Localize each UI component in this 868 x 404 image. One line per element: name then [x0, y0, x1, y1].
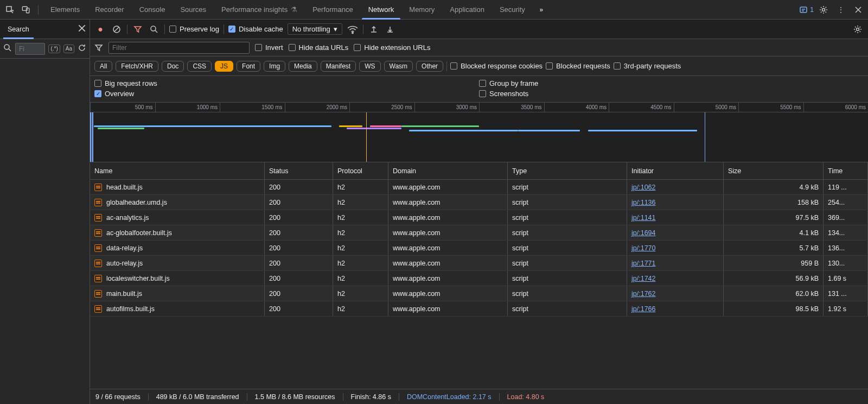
export-har-icon[interactable]: [384, 23, 396, 35]
preserve-log-checkbox[interactable]: Preserve log: [169, 25, 219, 33]
table-header[interactable]: NameStatusProtocolDomainTypeInitiatorSiz…: [90, 162, 868, 180]
network-conditions-icon[interactable]: [347, 23, 359, 35]
initiator-link[interactable]: jp/:1062: [631, 184, 655, 191]
table-row[interactable]: ac-globalfooter.built.js200h2www.apple.c…: [90, 225, 868, 241]
invert-checkbox[interactable]: Invert: [255, 43, 283, 52]
timeline-tick: 6000 ms: [803, 103, 869, 112]
table-row[interactable]: auto-relay.js200h2www.apple.comscriptjp/…: [90, 256, 868, 271]
tab-performance[interactable]: Performance: [305, 0, 360, 20]
drawer-close-icon[interactable]: [78, 24, 86, 34]
status-requests: 9 / 66 requests: [95, 393, 141, 401]
table-row[interactable]: localeswitcher.built.js200h2www.apple.co…: [90, 271, 868, 286]
column-header-initiator[interactable]: Initiator: [627, 162, 724, 179]
timeline-overview[interactable]: 500 ms1000 ms1500 ms2000 ms2500 ms3000 m…: [90, 103, 868, 162]
settings-gear-icon[interactable]: [816, 2, 831, 17]
tab-performance-insights[interactable]: Performance insights⚗: [214, 0, 305, 20]
table-row[interactable]: ac-analytics.js200h2www.apple.comscriptj…: [90, 210, 868, 225]
overview-selection-handle[interactable]: [90, 112, 93, 162]
initiator-link[interactable]: jp/:1742: [631, 275, 655, 282]
close-devtools-icon[interactable]: [851, 2, 866, 17]
third-party-checkbox[interactable]: 3rd-party requests: [614, 62, 681, 70]
import-har-icon[interactable]: [368, 23, 380, 35]
drawer-search-input[interactable]: [15, 43, 45, 55]
type-chip-media[interactable]: Media: [289, 61, 317, 72]
table-row[interactable]: autofilms.built.js200h2www.apple.comscri…: [90, 301, 868, 317]
hide-extension-urls-checkbox[interactable]: Hide extension URLs: [354, 43, 430, 52]
type-chip-font[interactable]: Font: [237, 61, 260, 72]
initiator-link[interactable]: jp/:1694: [631, 229, 655, 237]
table-row[interactable]: head.built.js200h2www.apple.comscriptjp/…: [90, 180, 868, 195]
tab-elements[interactable]: Elements: [43, 0, 87, 20]
column-header-protocol[interactable]: Protocol: [333, 162, 388, 179]
js-file-icon: [94, 229, 102, 237]
type-chip-doc[interactable]: Doc: [162, 61, 184, 72]
filter-toggle-icon[interactable]: [132, 23, 144, 35]
screenshots-checkbox[interactable]: Screenshots: [479, 90, 864, 98]
request-name: localeswitcher.built.js: [106, 275, 170, 282]
search-network-icon[interactable]: [148, 23, 160, 35]
initiator-link[interactable]: jp/:1770: [631, 244, 655, 252]
column-header-type[interactable]: Type: [508, 162, 627, 179]
cell-size: 97.5 kB: [724, 210, 824, 225]
cell-time: 131 ...: [824, 286, 868, 301]
match-case-toggle[interactable]: Aa: [63, 45, 74, 53]
column-header-size[interactable]: Size: [724, 162, 824, 179]
big-rows-checkbox[interactable]: Big request rows: [94, 79, 479, 87]
overview-checkbox[interactable]: ✓Overview: [94, 90, 479, 98]
cell-protocol: h2: [333, 195, 388, 210]
table-row[interactable]: data-relay.js200h2www.apple.comscriptjp/…: [90, 241, 868, 256]
column-header-time[interactable]: Time: [824, 162, 868, 179]
type-chip-other[interactable]: Other: [416, 61, 443, 72]
table-row[interactable]: main.built.js200h2www.apple.comscriptjp/…: [90, 286, 868, 301]
type-chip-manifest[interactable]: Manifest: [321, 61, 356, 72]
status-dcl: DOMContentLoaded: 2.17 s: [407, 393, 492, 401]
inspect-icon[interactable]: [2, 2, 17, 17]
column-header-name[interactable]: Name: [90, 162, 265, 179]
clear-icon[interactable]: [111, 23, 123, 35]
kebab-menu-icon[interactable]: ⋮: [833, 2, 848, 17]
type-chip-all[interactable]: All: [94, 61, 112, 72]
cell-type: script: [508, 195, 627, 210]
tab-recorder[interactable]: Recorder: [87, 0, 131, 20]
tab-memory[interactable]: Memory: [401, 0, 442, 20]
initiator-link[interactable]: jp/:1766: [631, 305, 655, 313]
tab-security[interactable]: Security: [492, 0, 533, 20]
drawer-tab-search[interactable]: Search: [4, 20, 33, 39]
type-chip-css[interactable]: CSS: [187, 61, 212, 72]
device-toggle-icon[interactable]: [18, 2, 34, 17]
tab-console[interactable]: Console: [132, 0, 173, 20]
timeline-tick: 3000 ms: [414, 103, 480, 112]
column-header-domain[interactable]: Domain: [388, 162, 508, 179]
table-row[interactable]: globalheader.umd.js200h2www.apple.comscr…: [90, 195, 868, 210]
type-chip-js[interactable]: JS: [215, 61, 233, 72]
tab-application[interactable]: Application: [442, 0, 492, 20]
column-header-status[interactable]: Status: [265, 162, 333, 179]
regex-toggle[interactable]: (.*): [48, 45, 60, 53]
refresh-icon[interactable]: [78, 43, 86, 54]
group-by-frame-checkbox[interactable]: Group by frame: [479, 79, 864, 87]
type-chip-ws[interactable]: WS: [359, 61, 380, 72]
cell-type: script: [508, 180, 627, 194]
blocked-cookies-checkbox[interactable]: Blocked response cookies: [450, 62, 542, 70]
filter-funnel-icon: [94, 42, 103, 54]
initiator-link[interactable]: jp/:1136: [631, 199, 655, 206]
type-chip-fetch-xhr[interactable]: Fetch/XHR: [116, 61, 158, 72]
type-chip-wasm[interactable]: Wasm: [384, 61, 413, 72]
throttling-select[interactable]: No throttling ▾: [288, 23, 342, 35]
network-settings-gear-icon[interactable]: [852, 23, 864, 35]
more-tabs-icon[interactable]: »: [534, 2, 549, 17]
record-icon[interactable]: ●: [94, 23, 106, 35]
cell-status: 200: [265, 241, 333, 255]
initiator-link[interactable]: jp/:1762: [631, 290, 655, 298]
type-chip-img[interactable]: Img: [264, 61, 285, 72]
disable-cache-checkbox[interactable]: ✓ Disable cache: [228, 25, 283, 33]
tab-sources[interactable]: Sources: [173, 0, 214, 20]
blocked-requests-checkbox[interactable]: Blocked requests: [546, 62, 610, 70]
issues-icon[interactable]: 1: [799, 2, 814, 17]
filter-input[interactable]: [108, 42, 250, 54]
initiator-link[interactable]: jp/:1771: [631, 260, 655, 267]
cell-size: 56.9 kB: [724, 271, 824, 286]
initiator-link[interactable]: jp/:1141: [631, 214, 655, 222]
tab-network[interactable]: Network: [361, 0, 402, 20]
hide-data-urls-checkbox[interactable]: Hide data URLs: [289, 43, 349, 52]
